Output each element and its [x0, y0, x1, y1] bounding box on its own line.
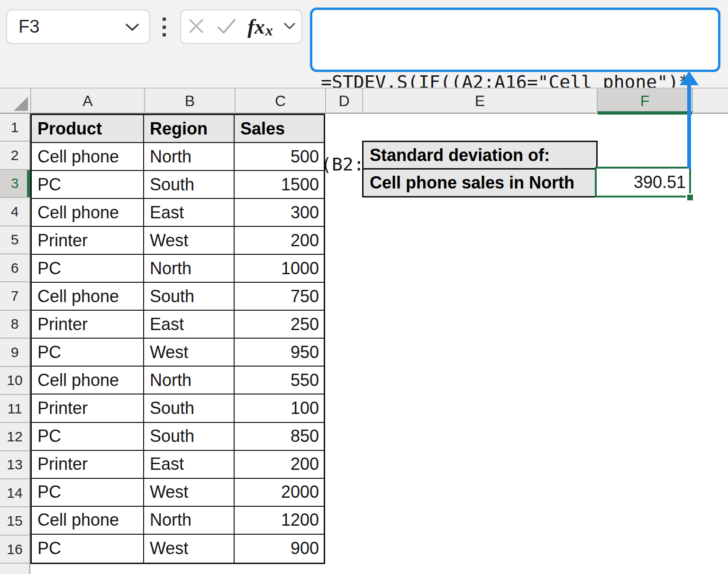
data-cell[interactable]: 2000: [235, 479, 324, 507]
data-cell[interactable]: PC: [32, 479, 144, 507]
data-cell[interactable]: 950: [235, 339, 324, 367]
data-cell[interactable]: 750: [235, 283, 324, 311]
data-cell[interactable]: PC: [32, 535, 144, 563]
column-header-f-selected[interactable]: F: [597, 89, 692, 114]
row-header-7[interactable]: 7: [0, 282, 29, 310]
data-cell[interactable]: East: [144, 199, 235, 227]
row-header-14[interactable]: 14: [0, 479, 29, 507]
column-header-e[interactable]: E: [362, 89, 597, 114]
data-cell[interactable]: Cell phone: [32, 283, 144, 311]
data-cell[interactable]: PC: [32, 255, 144, 283]
name-box[interactable]: F3: [6, 9, 150, 44]
formula-bar-resize-handle-icon[interactable]: [163, 18, 166, 36]
data-cell[interactable]: PC: [32, 339, 144, 367]
data-cell[interactable]: South: [144, 395, 235, 422]
data-cell[interactable]: North: [144, 367, 235, 395]
column-header-d[interactable]: D: [325, 89, 362, 114]
data-cell[interactable]: 900: [235, 535, 324, 563]
data-cell[interactable]: PC: [32, 423, 144, 451]
formula-bar-expand-icon[interactable]: [283, 22, 296, 32]
row-header-15[interactable]: 15: [0, 507, 29, 535]
select-all-button[interactable]: [0, 89, 30, 114]
selected-cell-f3[interactable]: 390.51: [595, 167, 691, 197]
data-cell[interactable]: South: [144, 283, 235, 311]
data-cell[interactable]: North: [144, 143, 235, 171]
header-cell[interactable]: Product: [32, 115, 144, 143]
data-cell[interactable]: 100: [235, 395, 324, 422]
data-cell[interactable]: 1000: [235, 255, 324, 283]
data-cell[interactable]: PC: [32, 171, 144, 199]
summary-label-cell[interactable]: Cell phone sales in North: [362, 168, 598, 197]
name-box-cell-reference: F3: [18, 17, 39, 37]
summary-title-cell[interactable]: Standard deviation of:: [362, 141, 598, 170]
formula-buttons-group: fxx: [180, 9, 302, 44]
row-header-13[interactable]: 13: [0, 451, 29, 479]
column-header-strip: A B C D E F: [0, 88, 728, 114]
formula-bar-input[interactable]: =STDEV.S(IF((A2:A16="Cell phone")* (B2:B…: [310, 8, 720, 72]
row-header-11[interactable]: 11: [0, 395, 29, 423]
column-header-c[interactable]: C: [235, 89, 325, 114]
insert-function-icon[interactable]: fxx: [247, 17, 273, 37]
data-cell[interactable]: Cell phone: [32, 199, 144, 227]
name-box-dropdown-icon[interactable]: [125, 23, 140, 31]
data-cell[interactable]: West: [144, 535, 235, 563]
data-cell[interactable]: 1200: [235, 507, 324, 535]
data-cell[interactable]: North: [144, 507, 235, 535]
data-cell[interactable]: East: [144, 311, 235, 339]
selection-fill-handle[interactable]: [686, 193, 694, 202]
row-header-6[interactable]: 6: [0, 254, 29, 282]
row-header-partial[interactable]: [0, 564, 29, 573]
data-cell[interactable]: 250: [235, 311, 324, 339]
data-cell[interactable]: 550: [235, 367, 324, 395]
data-cell[interactable]: Cell phone: [32, 367, 144, 395]
formula-bar-row: F3 fxx =STDEV.S(IF((A2: [0, 0, 728, 88]
data-table: ProductRegionSalesCell phoneNorth500PCSo…: [30, 114, 325, 564]
data-cell[interactable]: Printer: [32, 395, 144, 422]
data-cell[interactable]: South: [144, 423, 235, 451]
row-header-9[interactable]: 9: [0, 339, 29, 367]
row-header-2[interactable]: 2: [0, 142, 29, 170]
data-cell[interactable]: 1500: [235, 171, 324, 199]
column-header-a[interactable]: A: [30, 89, 144, 114]
row-header-4[interactable]: 4: [0, 198, 29, 226]
row-header-1[interactable]: 1: [0, 114, 29, 142]
data-cell[interactable]: Printer: [32, 311, 144, 339]
tracer-arrow-shaft: [687, 83, 691, 169]
data-cell[interactable]: 300: [235, 199, 324, 227]
select-all-triangle-icon: [14, 97, 28, 111]
data-cell[interactable]: Printer: [32, 227, 144, 255]
data-cell[interactable]: West: [144, 339, 235, 367]
data-cell[interactable]: 500: [235, 143, 324, 171]
enter-check-icon[interactable]: [216, 18, 237, 36]
row-header-8[interactable]: 8: [0, 311, 29, 339]
data-cell[interactable]: 850: [235, 423, 324, 451]
column-header-partial[interactable]: [692, 89, 728, 114]
row-header-strip: 12345678910111213141516: [0, 114, 30, 574]
data-cell[interactable]: North: [144, 255, 235, 283]
data-cell[interactable]: Cell phone: [32, 143, 144, 171]
row-header-3[interactable]: 3: [0, 170, 29, 198]
data-cell[interactable]: 200: [235, 451, 324, 479]
data-cell[interactable]: 200: [235, 227, 324, 255]
data-cell[interactable]: East: [144, 451, 235, 479]
row-header-12[interactable]: 12: [0, 423, 29, 451]
column-header-b[interactable]: B: [144, 89, 235, 114]
row-header-16[interactable]: 16: [0, 536, 29, 564]
header-cell[interactable]: Sales: [235, 115, 324, 143]
data-cell[interactable]: South: [144, 171, 235, 199]
data-cell[interactable]: Printer: [32, 451, 144, 479]
data-cell[interactable]: West: [144, 479, 235, 507]
data-cell[interactable]: West: [144, 227, 235, 255]
row-header-5[interactable]: 5: [0, 226, 29, 254]
header-cell[interactable]: Region: [144, 115, 235, 143]
row-header-10[interactable]: 10: [0, 367, 29, 395]
cancel-icon[interactable]: [187, 17, 206, 37]
data-cell[interactable]: Cell phone: [32, 507, 144, 535]
